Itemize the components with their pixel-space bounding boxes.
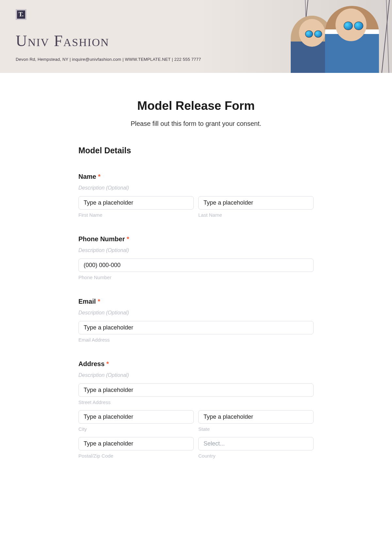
label-address: Address * bbox=[78, 360, 314, 368]
sublabel-state: State bbox=[198, 426, 314, 432]
letterhead: T. Univ Fashion Devon Rd, Hempstead, NY … bbox=[0, 0, 392, 73]
description-name[interactable]: Description (Optional) bbox=[78, 185, 314, 191]
phone-input[interactable] bbox=[78, 259, 314, 272]
label-email-text: Email bbox=[78, 298, 96, 305]
section-heading-model-details: Model Details bbox=[78, 146, 314, 155]
country-select[interactable]: Select... bbox=[198, 437, 314, 450]
sublabel-phone: Phone Number bbox=[78, 275, 314, 280]
required-mark: * bbox=[127, 235, 129, 243]
sublabel-city: City bbox=[78, 426, 194, 432]
state-input[interactable] bbox=[198, 410, 314, 424]
required-mark: * bbox=[98, 173, 101, 180]
description-address[interactable]: Description (Optional) bbox=[78, 372, 314, 378]
city-input[interactable] bbox=[78, 410, 194, 424]
sublabel-country: Country bbox=[198, 453, 314, 459]
label-address-text: Address bbox=[78, 360, 105, 367]
sublabel-email: Email Address bbox=[78, 337, 314, 343]
label-name: Name * bbox=[78, 173, 314, 180]
logo-badge: T. bbox=[16, 9, 26, 20]
street-input[interactable] bbox=[78, 383, 314, 397]
postal-input[interactable] bbox=[78, 437, 194, 450]
last-name-input[interactable] bbox=[198, 196, 314, 210]
first-name-input[interactable] bbox=[78, 196, 194, 210]
sublabel-last-name: Last Name bbox=[198, 212, 314, 218]
field-phone: Phone Number * Description (Optional) Ph… bbox=[78, 235, 314, 280]
field-name: Name * Description (Optional) First Name… bbox=[78, 173, 314, 218]
required-mark: * bbox=[106, 360, 109, 367]
label-name-text: Name bbox=[78, 173, 96, 180]
sublabel-first-name: First Name bbox=[78, 212, 194, 218]
email-input[interactable] bbox=[78, 321, 314, 334]
description-phone[interactable]: Description (Optional) bbox=[78, 247, 314, 253]
form-content: Model Release Form Please fill out this … bbox=[62, 73, 330, 459]
form-subtitle: Please fill out this form to grant your … bbox=[78, 120, 314, 127]
label-phone-text: Phone Number bbox=[78, 235, 125, 243]
field-email: Email * Description (Optional) Email Add… bbox=[78, 298, 314, 343]
description-email[interactable]: Description (Optional) bbox=[78, 310, 314, 316]
sublabel-street: Street Address bbox=[78, 399, 314, 405]
label-phone: Phone Number * bbox=[78, 235, 314, 243]
form-title: Model Release Form bbox=[78, 99, 314, 113]
sublabel-postal: Postal/Zip Code bbox=[78, 453, 194, 459]
field-address: Address * Description (Optional) Street … bbox=[78, 360, 314, 459]
required-mark: * bbox=[98, 298, 100, 305]
label-email: Email * bbox=[78, 298, 314, 305]
hero-image bbox=[287, 4, 385, 73]
